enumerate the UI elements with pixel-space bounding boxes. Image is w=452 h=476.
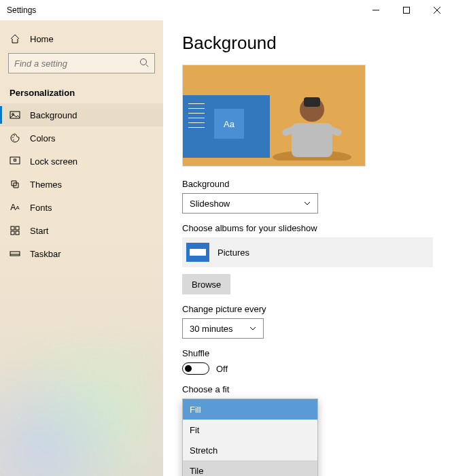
svg-rect-13 (11, 226, 14, 230)
search-input[interactable] (14, 58, 139, 69)
svg-rect-14 (16, 226, 19, 230)
home-icon (10, 33, 20, 44)
background-select[interactable]: Slideshow (182, 193, 318, 214)
lock-screen-icon (10, 156, 20, 167)
shuffle-toggle[interactable] (182, 362, 209, 375)
nav-label: Themes (30, 180, 62, 190)
category-header: Personalization (0, 80, 163, 103)
titlebar: Settings (0, 0, 452, 20)
svg-line-5 (146, 65, 148, 67)
home-label: Home (30, 34, 54, 44)
nav-label: Lock screen (30, 156, 77, 167)
fonts-icon: AA (10, 202, 20, 213)
main-content: Background Aa Background Slideshow Choos… (163, 20, 452, 476)
nav-themes[interactable]: Themes (0, 173, 163, 196)
sidebar: Home Personalization Background Colors L… (0, 20, 163, 476)
folder-icon (186, 243, 209, 262)
maximize-button[interactable] (391, 0, 421, 20)
chevron-down-icon (304, 200, 311, 207)
nav-lock-screen[interactable]: Lock screen (0, 150, 163, 173)
nav-label: Colors (30, 133, 56, 143)
window-controls (360, 0, 452, 20)
fit-option-fit[interactable]: Fit (183, 420, 317, 440)
fit-label: Choose a fit (182, 384, 433, 394)
browse-button[interactable]: Browse (182, 274, 230, 294)
nav-label: Start (30, 226, 48, 236)
svg-point-9 (14, 135, 15, 137)
album-name: Pictures (218, 248, 249, 258)
change-every-label: Change picture every (182, 304, 433, 314)
background-select-value: Slideshow (190, 199, 230, 209)
fit-dropdown-open[interactable]: Fill Fit Stretch Tile Center Span (182, 398, 318, 476)
svg-rect-11 (10, 157, 20, 164)
nav-label: Fonts (30, 203, 52, 213)
page-title: Background (182, 33, 433, 54)
themes-icon (10, 179, 20, 190)
background-label: Background (182, 179, 433, 189)
window-title: Settings (7, 5, 36, 15)
svg-rect-6 (10, 112, 20, 118)
svg-rect-12 (14, 159, 16, 161)
nav-start[interactable]: Start (0, 219, 163, 242)
minimize-button[interactable] (360, 0, 391, 20)
preview-window-overlay: Aa (183, 95, 270, 158)
picture-icon (10, 109, 20, 120)
nav-label: Taskbar (30, 249, 61, 259)
svg-point-4 (141, 58, 147, 65)
svg-point-8 (12, 137, 14, 138)
change-every-select[interactable]: 30 minutes (182, 318, 264, 339)
nav-taskbar[interactable]: Taskbar (0, 242, 163, 265)
palette-icon (10, 133, 20, 143)
svg-rect-15 (11, 231, 14, 235)
background-preview: Aa (182, 65, 366, 167)
nav-fonts[interactable]: AA Fonts (0, 196, 163, 219)
svg-rect-1 (403, 7, 409, 14)
start-icon (10, 225, 20, 236)
shuffle-label: Shuffle (182, 348, 433, 358)
svg-point-10 (13, 139, 14, 141)
chevron-down-icon (249, 325, 256, 332)
svg-rect-22 (304, 97, 320, 107)
svg-rect-17 (10, 252, 20, 256)
close-button[interactable] (421, 0, 452, 20)
nav-label: Background (30, 110, 77, 120)
home-nav[interactable]: Home (0, 27, 163, 50)
albums-label: Choose albums for your slideshow (182, 223, 433, 233)
nav-background[interactable]: Background (0, 103, 163, 126)
fit-option-stretch[interactable]: Stretch (183, 440, 317, 460)
search-box[interactable] (8, 53, 155, 73)
svg-rect-20 (292, 123, 332, 157)
change-every-value: 30 minutes (190, 324, 233, 334)
svg-rect-16 (16, 231, 19, 235)
fit-option-tile[interactable]: Tile (183, 460, 317, 476)
taskbar-icon (10, 248, 20, 259)
album-row[interactable]: Pictures (182, 237, 433, 267)
preview-accent: Aa (214, 109, 244, 139)
search-icon (139, 58, 149, 69)
preview-person-illustration (271, 86, 353, 160)
nav-colors[interactable]: Colors (0, 126, 163, 150)
fit-option-fill[interactable]: Fill (183, 399, 317, 420)
shuffle-state: Off (216, 364, 228, 374)
